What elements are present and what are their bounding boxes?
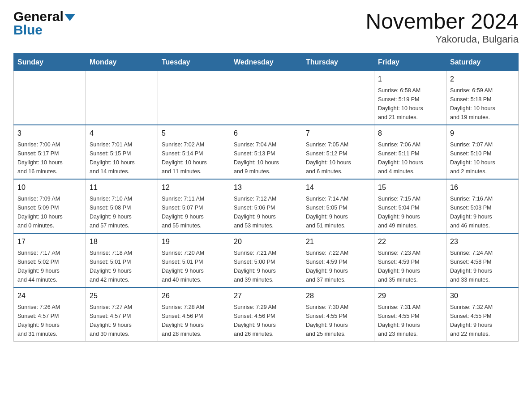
day-number: 14	[306, 182, 370, 193]
day-number: 18	[90, 236, 154, 247]
day-info: Sunrise: 6:58 AMSunset: 5:19 PMDaylight:…	[378, 86, 442, 122]
calendar-day-cell: 27Sunrise: 7:29 AMSunset: 4:56 PMDayligh…	[230, 287, 302, 342]
logo-general-line: General	[13, 9, 75, 24]
day-info: Sunrise: 7:05 AMSunset: 5:12 PMDaylight:…	[306, 140, 370, 176]
calendar-day-cell: 30Sunrise: 7:32 AMSunset: 4:55 PMDayligh…	[446, 287, 519, 342]
calendar-day-cell: 20Sunrise: 7:21 AMSunset: 5:00 PMDayligh…	[230, 233, 302, 287]
calendar-day-cell: 8Sunrise: 7:06 AMSunset: 5:11 PMDaylight…	[374, 125, 446, 179]
calendar-day-cell: 6Sunrise: 7:04 AMSunset: 5:13 PMDaylight…	[230, 125, 302, 179]
day-number: 24	[17, 291, 82, 301]
day-of-week-header: Tuesday	[158, 54, 230, 71]
day-info: Sunrise: 7:09 AMSunset: 5:09 PMDaylight:…	[17, 194, 82, 230]
day-of-week-header: Friday	[374, 54, 446, 71]
calendar-day-cell: 22Sunrise: 7:23 AMSunset: 4:59 PMDayligh…	[374, 233, 446, 287]
day-info: Sunrise: 7:21 AMSunset: 5:00 PMDaylight:…	[234, 248, 298, 284]
calendar-day-cell: 23Sunrise: 7:24 AMSunset: 4:58 PMDayligh…	[446, 233, 519, 287]
calendar-day-cell	[14, 71, 86, 125]
logo: General Blue	[13, 9, 75, 38]
calendar-day-cell: 11Sunrise: 7:10 AMSunset: 5:08 PMDayligh…	[86, 179, 158, 233]
day-info: Sunrise: 7:24 AMSunset: 4:58 PMDaylight:…	[450, 248, 515, 284]
day-info: Sunrise: 7:04 AMSunset: 5:13 PMDaylight:…	[234, 140, 298, 176]
calendar-day-cell: 10Sunrise: 7:09 AMSunset: 5:09 PMDayligh…	[14, 179, 86, 233]
day-number: 19	[162, 236, 226, 247]
day-number: 27	[234, 291, 298, 301]
day-number: 8	[378, 128, 442, 139]
day-number: 25	[90, 291, 154, 301]
page-header: General Blue November 2024 Yakoruda, Bul…	[13, 9, 519, 45]
day-info: Sunrise: 7:30 AMSunset: 4:55 PMDaylight:…	[306, 303, 370, 338]
calendar-subtitle: Yakoruda, Bulgaria	[365, 34, 519, 45]
logo-triangle-icon	[64, 14, 75, 21]
calendar-day-cell: 13Sunrise: 7:12 AMSunset: 5:06 PMDayligh…	[230, 179, 302, 233]
day-of-week-header: Monday	[86, 54, 158, 71]
day-number: 9	[450, 128, 515, 139]
calendar-table: SundayMondayTuesdayWednesdayThursdayFrid…	[13, 53, 519, 342]
day-info: Sunrise: 7:26 AMSunset: 4:57 PMDaylight:…	[17, 303, 82, 338]
day-info: Sunrise: 7:20 AMSunset: 5:01 PMDaylight:…	[162, 248, 226, 284]
day-of-week-header: Saturday	[446, 54, 519, 71]
day-of-week-header: Sunday	[14, 54, 86, 71]
calendar-day-cell: 17Sunrise: 7:17 AMSunset: 5:02 PMDayligh…	[14, 233, 86, 287]
calendar-week-row: 10Sunrise: 7:09 AMSunset: 5:09 PMDayligh…	[14, 179, 519, 233]
calendar-day-cell: 25Sunrise: 7:27 AMSunset: 4:57 PMDayligh…	[86, 287, 158, 342]
calendar-day-cell: 16Sunrise: 7:16 AMSunset: 5:03 PMDayligh…	[446, 179, 519, 233]
calendar-day-cell: 9Sunrise: 7:07 AMSunset: 5:10 PMDaylight…	[446, 125, 519, 179]
day-number: 22	[378, 236, 442, 247]
day-info: Sunrise: 7:10 AMSunset: 5:08 PMDaylight:…	[90, 194, 154, 230]
day-info: Sunrise: 7:11 AMSunset: 5:07 PMDaylight:…	[162, 194, 226, 230]
calendar-day-cell: 4Sunrise: 7:01 AMSunset: 5:15 PMDaylight…	[86, 125, 158, 179]
day-number: 20	[234, 236, 298, 247]
day-number: 23	[450, 236, 515, 247]
calendar-day-cell: 7Sunrise: 7:05 AMSunset: 5:12 PMDaylight…	[302, 125, 374, 179]
calendar-day-cell	[302, 71, 374, 125]
calendar-day-cell: 12Sunrise: 7:11 AMSunset: 5:07 PMDayligh…	[158, 179, 230, 233]
day-info: Sunrise: 7:02 AMSunset: 5:14 PMDaylight:…	[162, 140, 226, 176]
day-number: 15	[378, 182, 442, 193]
calendar-week-row: 24Sunrise: 7:26 AMSunset: 4:57 PMDayligh…	[14, 287, 519, 342]
logo-general-text: General	[13, 9, 64, 24]
calendar-week-row: 1Sunrise: 6:58 AMSunset: 5:19 PMDaylight…	[14, 71, 519, 125]
day-info: Sunrise: 7:28 AMSunset: 4:56 PMDaylight:…	[162, 303, 226, 338]
day-info: Sunrise: 7:32 AMSunset: 4:55 PMDaylight:…	[450, 303, 515, 338]
calendar-day-cell: 2Sunrise: 6:59 AMSunset: 5:18 PMDaylight…	[446, 71, 519, 125]
day-of-week-header: Thursday	[302, 54, 374, 71]
day-number: 5	[162, 128, 226, 139]
calendar-day-cell	[230, 71, 302, 125]
calendar-day-cell: 19Sunrise: 7:20 AMSunset: 5:01 PMDayligh…	[158, 233, 230, 287]
logo-blue-text: Blue	[13, 22, 75, 38]
day-info: Sunrise: 6:59 AMSunset: 5:18 PMDaylight:…	[450, 86, 515, 122]
day-info: Sunrise: 7:31 AMSunset: 4:55 PMDaylight:…	[378, 303, 442, 338]
day-number: 17	[17, 236, 82, 247]
calendar-day-cell: 24Sunrise: 7:26 AMSunset: 4:57 PMDayligh…	[14, 287, 86, 342]
calendar-day-cell: 14Sunrise: 7:14 AMSunset: 5:05 PMDayligh…	[302, 179, 374, 233]
day-number: 30	[450, 291, 515, 301]
calendar-week-row: 17Sunrise: 7:17 AMSunset: 5:02 PMDayligh…	[14, 233, 519, 287]
day-number: 2	[450, 74, 515, 85]
calendar-day-cell: 3Sunrise: 7:00 AMSunset: 5:17 PMDaylight…	[14, 125, 86, 179]
day-number: 3	[17, 128, 82, 139]
day-number: 6	[234, 128, 298, 139]
calendar-day-cell: 29Sunrise: 7:31 AMSunset: 4:55 PMDayligh…	[374, 287, 446, 342]
day-number: 21	[306, 236, 370, 247]
day-info: Sunrise: 7:12 AMSunset: 5:06 PMDaylight:…	[234, 194, 298, 230]
day-info: Sunrise: 7:29 AMSunset: 4:56 PMDaylight:…	[234, 303, 298, 338]
day-info: Sunrise: 7:16 AMSunset: 5:03 PMDaylight:…	[450, 194, 515, 230]
calendar-day-cell: 15Sunrise: 7:15 AMSunset: 5:04 PMDayligh…	[374, 179, 446, 233]
day-info: Sunrise: 7:06 AMSunset: 5:11 PMDaylight:…	[378, 140, 442, 176]
day-info: Sunrise: 7:27 AMSunset: 4:57 PMDaylight:…	[90, 303, 154, 338]
calendar-header-row: SundayMondayTuesdayWednesdayThursdayFrid…	[14, 54, 519, 71]
calendar-day-cell: 1Sunrise: 6:58 AMSunset: 5:19 PMDaylight…	[374, 71, 446, 125]
day-info: Sunrise: 7:23 AMSunset: 4:59 PMDaylight:…	[378, 248, 442, 284]
calendar-day-cell: 21Sunrise: 7:22 AMSunset: 4:59 PMDayligh…	[302, 233, 374, 287]
day-number: 12	[162, 182, 226, 193]
calendar-day-cell	[86, 71, 158, 125]
day-info: Sunrise: 7:18 AMSunset: 5:01 PMDaylight:…	[90, 248, 154, 284]
day-number: 11	[90, 182, 154, 193]
calendar-day-cell: 5Sunrise: 7:02 AMSunset: 5:14 PMDaylight…	[158, 125, 230, 179]
calendar-day-cell: 28Sunrise: 7:30 AMSunset: 4:55 PMDayligh…	[302, 287, 374, 342]
calendar-day-cell	[158, 71, 230, 125]
day-number: 4	[90, 128, 154, 139]
day-info: Sunrise: 7:07 AMSunset: 5:10 PMDaylight:…	[450, 140, 515, 176]
day-info: Sunrise: 7:01 AMSunset: 5:15 PMDaylight:…	[90, 140, 154, 176]
day-number: 28	[306, 291, 370, 301]
